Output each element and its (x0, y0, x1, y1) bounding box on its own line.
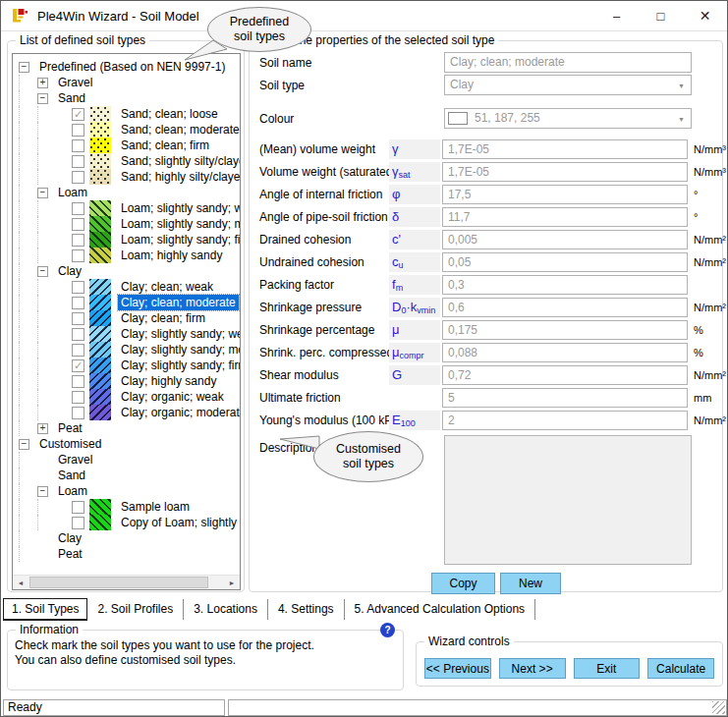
property-value-field[interactable]: 5 (442, 388, 688, 408)
soil-type-checkbox[interactable] (72, 124, 84, 137)
property-value-field[interactable]: 0,088 (442, 343, 688, 362)
tree-item[interactable]: Clay (13, 530, 240, 546)
property-value-field[interactable]: 0,175 (442, 320, 688, 340)
chevron-down-icon[interactable]: ▼ (678, 116, 685, 123)
collapse-icon[interactable]: − (37, 93, 48, 104)
tree-item-label[interactable]: Sample loam (118, 499, 193, 515)
tree-item[interactable]: Loam; slightly sandy; firm (13, 232, 240, 248)
soil-type-checkbox[interactable] (72, 297, 84, 309)
tree-item-label[interactable]: Loam; highly sandy (118, 248, 225, 263)
soil-type-checkbox[interactable] (72, 344, 84, 357)
tree-item[interactable]: Loam; slightly sandy; wea (13, 200, 240, 216)
tree-item[interactable]: Clay; clean; weak (13, 279, 240, 295)
tree-item[interactable]: Peat (13, 546, 240, 562)
soil-type-checkbox[interactable] (72, 218, 84, 231)
tree-item-label[interactable]: Clay; organic; moderate (118, 405, 241, 420)
scrollbar-thumb[interactable] (29, 577, 208, 588)
colour-dropdown[interactable]: 51, 187, 255 ▼ (444, 108, 692, 129)
tab-advanced-calculation-options[interactable]: 5. Advanced Calculation Options (345, 599, 535, 620)
tree-item[interactable]: Copy of Loam; slightly sa (13, 515, 240, 530)
collapse-icon[interactable]: − (37, 188, 48, 198)
tree-item[interactable]: Sample loam (13, 499, 240, 515)
tab-soil-types[interactable]: 1. Soil Types (3, 598, 87, 621)
next-button[interactable]: Next >> (499, 658, 566, 679)
tree-item-label[interactable]: Loam; slightly sandy; firm (118, 232, 241, 248)
new-button[interactable]: New (500, 573, 561, 594)
minimize-button[interactable]: – (594, 1, 639, 30)
description-field[interactable] (444, 435, 692, 565)
calculate-button[interactable]: Calculate (647, 658, 714, 679)
soil-type-checkbox[interactable] (72, 375, 84, 388)
property-value-field[interactable]: 1,7E-05 (442, 139, 688, 159)
scroll-right-arrow-icon[interactable]: ► (224, 576, 240, 589)
copy-button[interactable]: Copy (431, 573, 495, 594)
collapse-icon[interactable]: − (37, 266, 48, 277)
tree-item-label[interactable]: Clay; slightly sandy; firm (118, 358, 241, 373)
soil-type-checkbox[interactable] (72, 171, 84, 184)
tree-item-label[interactable]: Peat (55, 420, 85, 436)
chevron-down-icon[interactable]: ▼ (678, 83, 685, 89)
soil-type-checkbox[interactable] (72, 312, 84, 325)
tree-item[interactable]: Gravel (13, 452, 240, 468)
tree-item-label[interactable]: Clay (55, 263, 84, 279)
soil-type-checkbox[interactable] (72, 139, 84, 152)
expand-icon[interactable]: + (37, 423, 48, 434)
tree-item[interactable]: Loam; slightly sandy; mod (13, 216, 240, 232)
tree-item-label[interactable]: Loam; slightly sandy; mod (118, 216, 241, 232)
property-value-field[interactable]: 2 (442, 411, 688, 430)
soil-type-checkbox[interactable] (72, 517, 84, 529)
property-value-field[interactable]: 1,7E-05 (442, 162, 688, 182)
tree-item[interactable]: −Customised (13, 436, 240, 452)
close-button[interactable]: ✕ (683, 1, 727, 30)
tree-item-label[interactable]: Clay; slightly sandy; weak (118, 326, 241, 342)
tree-item[interactable]: Clay; highly sandy (13, 373, 240, 389)
soil-type-checkbox[interactable] (72, 234, 84, 247)
tab-locations[interactable]: 3. Locations (184, 599, 268, 620)
property-value-field[interactable]: 0,6 (442, 298, 688, 317)
collapse-icon[interactable]: − (19, 62, 29, 73)
tree-item-label[interactable]: Loam (55, 483, 90, 499)
soil-type-checkbox[interactable] (72, 249, 84, 262)
collapse-icon[interactable]: − (19, 439, 29, 450)
tab-soil-profiles[interactable]: 2. Soil Profiles (87, 599, 184, 620)
soil-type-checkbox[interactable]: ✓ (72, 359, 84, 372)
tree-item-label[interactable]: Gravel (55, 75, 95, 90)
tree-item-label[interactable]: Sand (55, 468, 88, 483)
tree-item[interactable]: Clay; organic; weak (13, 389, 240, 405)
tree-item[interactable]: Clay; clean; firm (13, 310, 240, 326)
tree-item-label[interactable]: Sand; highly silty/clayey (118, 169, 241, 185)
tree-item-label[interactable]: Clay; organic; weak (118, 389, 227, 405)
previous-button[interactable]: << Previous (424, 658, 491, 679)
help-icon[interactable]: ? (380, 623, 395, 637)
tree-item[interactable]: +Gravel (13, 75, 240, 90)
tree-item[interactable]: Loam; highly sandy (13, 248, 240, 263)
soil-name-field[interactable]: Clay; clean; moderate (444, 52, 692, 73)
soil-type-checkbox[interactable] (72, 328, 84, 341)
tree-item-label[interactable]: Sand; clean; loose (118, 106, 221, 122)
soil-type-checkbox[interactable] (72, 155, 84, 168)
soil-type-checkbox[interactable] (72, 391, 84, 404)
soil-type-dropdown[interactable]: Clay ▼ (444, 75, 692, 95)
tree-item-label[interactable]: Clay; highly sandy (118, 373, 219, 389)
tree-item[interactable]: Clay; slightly sandy; weak (13, 326, 240, 342)
property-value-field[interactable]: 0,005 (442, 230, 688, 249)
tree-item-label[interactable]: Loam (55, 185, 90, 200)
tree-item-label[interactable]: Peat (55, 546, 85, 562)
tree-item[interactable]: −Sand (13, 90, 240, 106)
tree-item-label[interactable]: Clay; clean; weak (118, 279, 216, 295)
tree-item-label[interactable]: Sand; clean; firm (118, 138, 212, 153)
tree-item[interactable]: −Clay (13, 263, 240, 279)
tree-item[interactable]: Sand; clean; firm (13, 138, 240, 153)
tree-item-label[interactable]: Sand (55, 90, 88, 106)
tree-horizontal-scrollbar[interactable]: ◄ ► (13, 575, 240, 589)
soil-type-checkbox[interactable] (72, 501, 84, 514)
soil-type-checkbox[interactable] (72, 281, 84, 294)
tree-item[interactable]: Sand (13, 468, 240, 483)
tree-item-label[interactable]: Clay (55, 530, 84, 546)
collapse-icon[interactable]: − (37, 486, 48, 497)
tree-item[interactable]: −Loam (13, 185, 240, 200)
scroll-left-arrow-icon[interactable]: ◄ (13, 576, 28, 589)
property-value-field[interactable]: 0,3 (442, 275, 688, 295)
soil-type-tree[interactable]: −Predefined (Based on NEN 9997-1)+Gravel… (12, 53, 241, 590)
tree-item-label[interactable]: Gravel (55, 452, 95, 468)
